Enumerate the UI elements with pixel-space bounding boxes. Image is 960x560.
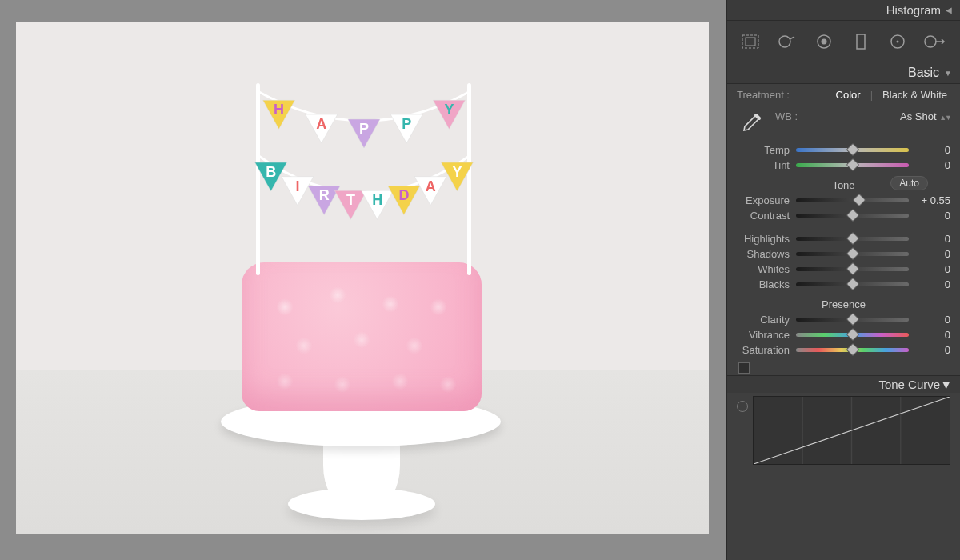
shadows-slider-track[interactable] <box>796 252 909 256</box>
cake <box>242 262 482 411</box>
slider-shadows: Shadows 0 <box>727 246 960 262</box>
slider-saturation: Saturation 0 <box>727 342 960 358</box>
tone-group: Tone Auto <box>727 173 960 193</box>
svg-text:D: D <box>398 187 409 203</box>
svg-text:R: R <box>319 187 330 203</box>
white-balance-block: WB : As Shot ▲▼ <box>727 109 960 142</box>
vibrance-value[interactable]: 0 <box>915 329 950 341</box>
targeted-adjust-icon[interactable] <box>737 401 748 412</box>
treatment-color[interactable]: Color <box>833 89 864 101</box>
wb-eyedropper-icon[interactable] <box>737 110 764 138</box>
tint-slider-thumb[interactable] <box>846 158 859 172</box>
blacks-slider-thumb[interactable] <box>846 278 859 291</box>
contrast-slider-thumb[interactable] <box>846 209 859 222</box>
radial-filter-tool-icon[interactable] <box>886 30 910 54</box>
whites-slider-thumb[interactable] <box>846 262 859 276</box>
contrast-label: Contrast <box>737 210 790 222</box>
svg-point-28 <box>779 36 790 47</box>
contrast-slider-track[interactable] <box>796 214 909 218</box>
canvas-area: H A P P Y B I R T <box>0 0 726 560</box>
slider-tint: Tint 0 <box>727 158 960 173</box>
svg-point-33 <box>897 40 899 42</box>
chevron-down-icon: ▼ <box>944 69 952 78</box>
saturation-value[interactable]: 0 <box>915 344 950 356</box>
auto-tone-button[interactable]: Auto <box>890 176 928 190</box>
shadows-value[interactable]: 0 <box>915 248 950 260</box>
chevron-down-icon: ▼ <box>940 378 952 391</box>
redeye-tool-icon[interactable] <box>812 30 836 54</box>
svg-text:P: P <box>359 121 369 137</box>
treatment-label: Treatment : <box>737 89 790 101</box>
svg-text:H: H <box>274 102 284 118</box>
shadows-label: Shadows <box>737 248 790 260</box>
slider-exposure: Exposure + 0.55 <box>727 193 960 208</box>
blacks-label: Blacks <box>737 278 790 290</box>
svg-point-34 <box>925 36 936 47</box>
svg-text:B: B <box>266 164 276 180</box>
svg-text:A: A <box>316 116 326 132</box>
slider-contrast: Contrast 0 <box>727 208 960 223</box>
vibrance-slider-thumb[interactable] <box>846 328 859 342</box>
clarity-slider-track[interactable] <box>796 318 909 322</box>
blacks-value[interactable]: 0 <box>915 278 950 290</box>
panel-toggle-icon[interactable] <box>738 362 750 374</box>
svg-line-35 <box>754 397 950 464</box>
tool-strip <box>727 21 960 62</box>
spot-removal-tool-icon[interactable] <box>775 30 799 54</box>
treatment-bw[interactable]: Black & White <box>879 89 950 101</box>
slider-highlights: Highlights 0 <box>727 231 960 246</box>
slider-vibrance: Vibrance 0 <box>727 327 960 342</box>
slider-blacks: Blacks 0 <box>727 277 960 292</box>
tint-value[interactable]: 0 <box>915 159 950 171</box>
highlights-slider-track[interactable] <box>796 237 909 241</box>
temp-slider-thumb[interactable] <box>846 143 859 157</box>
tone-group-label: Tone <box>832 179 854 191</box>
shadows-slider-thumb[interactable] <box>846 247 859 261</box>
crop-tool-icon[interactable] <box>738 30 762 54</box>
whites-slider-track[interactable] <box>796 267 909 271</box>
svg-text:P: P <box>402 116 411 132</box>
tint-slider-track[interactable] <box>796 163 909 167</box>
vibrance-slider-track[interactable] <box>796 333 909 337</box>
contrast-value[interactable]: 0 <box>915 210 950 222</box>
basic-panel-header[interactable]: Basic ▼ <box>727 62 960 84</box>
histogram-header[interactable]: Histogram ◀ <box>727 0 960 21</box>
clarity-slider-thumb[interactable] <box>846 313 859 326</box>
exposure-slider-thumb[interactable] <box>852 194 866 207</box>
svg-text:Y: Y <box>444 102 454 118</box>
treatment-separator: | <box>870 89 873 101</box>
exposure-label: Exposure <box>737 194 790 206</box>
whites-value[interactable]: 0 <box>915 263 950 275</box>
blacks-slider-track[interactable] <box>796 282 909 286</box>
tonecurve-header[interactable]: Tone Curve ▼ <box>727 375 960 393</box>
svg-text:I: I <box>295 178 299 194</box>
wb-preset-dropdown[interactable]: As Shot ▲▼ <box>900 110 950 122</box>
svg-point-30 <box>822 38 827 44</box>
presence-group-label: Presence <box>822 298 866 310</box>
svg-rect-27 <box>746 38 755 46</box>
slider-temp: Temp 0 <box>727 142 960 158</box>
develop-panel: Histogram ◀ Basic ▼ Treatment : Color | … <box>726 0 960 560</box>
saturation-slider-track[interactable] <box>796 348 909 352</box>
exposure-value[interactable]: + 0.55 <box>915 194 950 206</box>
tonecurve-title: Tone Curve <box>878 378 940 391</box>
clarity-value[interactable]: 0 <box>915 314 950 326</box>
temp-slider-track[interactable] <box>796 148 909 152</box>
highlights-slider-thumb[interactable] <box>846 232 859 246</box>
presence-group: Presence <box>727 292 960 312</box>
adjustment-brush-tool-icon[interactable] <box>922 30 946 54</box>
saturation-slider-thumb[interactable] <box>846 343 859 357</box>
exposure-slider-track[interactable] <box>796 198 909 202</box>
svg-rect-31 <box>857 34 865 49</box>
basic-title: Basic <box>908 66 939 80</box>
svg-text:T: T <box>346 192 355 208</box>
tone-curve-graph[interactable] <box>753 396 950 465</box>
preview-image[interactable]: H A P P Y B I R T <box>16 22 709 534</box>
slider-whites: Whites 0 <box>727 262 960 277</box>
treatment-row: Treatment : Color | Black & White <box>727 84 960 109</box>
graduated-filter-tool-icon[interactable] <box>849 30 873 54</box>
temp-value[interactable]: 0 <box>915 144 950 156</box>
wb-label: WB : <box>775 110 798 122</box>
birthday-banner: H A P P Y B I R T <box>216 78 512 278</box>
highlights-value[interactable]: 0 <box>915 233 950 245</box>
